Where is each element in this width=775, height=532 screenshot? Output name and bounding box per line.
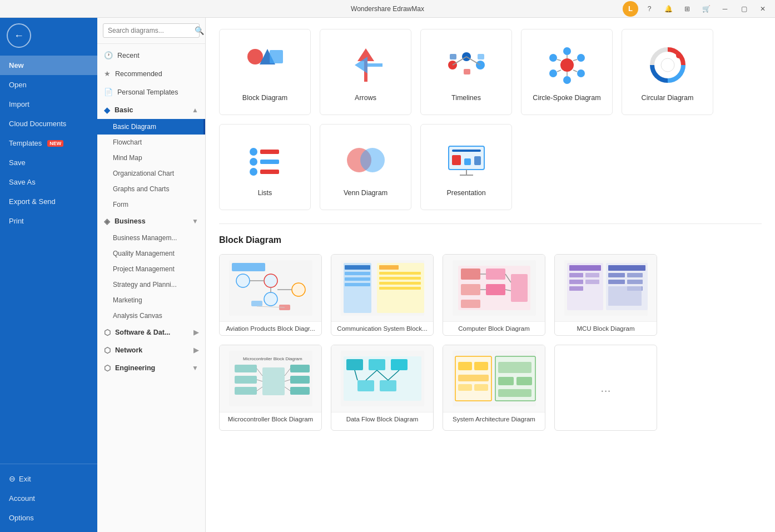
template-card-micro[interactable]: Microcontroller Block Diagram [219, 345, 322, 431]
chevron-down-business-icon: ▼ [192, 217, 198, 225]
category-circle-spoke[interactable]: Circle-Spoke Diagram [521, 29, 613, 115]
templates-label: Templates [9, 139, 42, 147]
category-venn[interactable]: Venn Diagram [320, 124, 411, 210]
main-content: Block Diagram Arrows [206, 18, 775, 532]
category-arrows[interactable]: Arrows [320, 29, 411, 115]
search-input[interactable] [108, 27, 191, 34]
category-lists[interactable]: Lists [219, 124, 311, 210]
minimize-button[interactable]: ─ [717, 1, 733, 17]
svg-rect-129 [474, 384, 488, 391]
category-block-diagram[interactable]: Block Diagram [219, 29, 311, 115]
template-thumb-computer [443, 255, 545, 321]
close-button[interactable]: ✕ [755, 1, 771, 17]
notification-button[interactable]: 🔔 [660, 1, 676, 17]
sidebar-item-export[interactable]: Export & Send [0, 192, 97, 211]
svg-rect-100 [235, 387, 257, 395]
svg-rect-126 [474, 362, 488, 370]
section-divider [219, 223, 762, 224]
svg-point-29 [250, 148, 257, 156]
category-presentation[interactable]: Presentation [420, 124, 512, 210]
sidebar-item-import[interactable]: Import [0, 95, 97, 114]
quality-label: Quality Management [113, 250, 175, 257]
user-avatar[interactable]: L [623, 1, 638, 17]
svg-rect-103 [290, 376, 310, 384]
svg-rect-113 [346, 359, 363, 370]
template-card-mcu[interactable]: MCU Block Diagram [554, 254, 657, 336]
app-title: Wondershare EdrawMax [351, 5, 424, 13]
sidebar-item-print[interactable]: Print [0, 211, 97, 231]
mindmap-label: Mind Map [113, 154, 142, 162]
sidebar-item-exit[interactable]: ⊖ Exit [0, 469, 97, 489]
template-card-dataflow[interactable]: Data Flow Block Diagram [331, 345, 434, 431]
nav-sub-graphs[interactable]: Graphs and Charts [97, 181, 205, 197]
nav-sub-mindmap[interactable]: Mind Map [97, 150, 205, 166]
sidebar-item-options[interactable]: Options [0, 508, 97, 528]
svg-line-25 [557, 59, 561, 61]
sidebar-item-save[interactable]: Save [0, 153, 97, 172]
nav-sub-project[interactable]: Project Management [97, 261, 205, 277]
nav-sub-strategy[interactable]: Strategy and Planni... [97, 277, 205, 292]
template-card-aviation[interactable]: Aviation Products Block Diagr... [219, 254, 322, 336]
middle-panel: 🔍 🕐 Recent ★ Recommended 📄 Personal Temp… [97, 18, 206, 532]
sidebar-item-cloud[interactable]: Cloud Documents [0, 114, 97, 133]
svg-rect-82 [569, 265, 601, 271]
svg-point-36 [360, 148, 385, 172]
svg-rect-95 [608, 286, 642, 306]
template-card-communication[interactable]: Communication System Block... [331, 254, 434, 336]
nav-sub-quality[interactable]: Quality Management [97, 246, 205, 261]
account-label: Account [9, 494, 35, 503]
nav-section-software[interactable]: ⬡ Software & Dat... ▶ [97, 324, 205, 341]
template-grid: Aviation Products Block Diagr... [219, 254, 762, 431]
restore-button[interactable]: ▢ [736, 1, 752, 17]
circular-label: Circular Diagram [642, 94, 694, 102]
svg-point-13 [560, 58, 574, 72]
back-button[interactable]: ← [7, 23, 31, 48]
nav-personal-templates[interactable]: 📄 Personal Templates [97, 83, 205, 101]
svg-rect-90 [608, 273, 625, 277]
svg-point-17 [563, 76, 571, 84]
nav-sub-biz-management[interactable]: Business Managem... [97, 230, 205, 246]
nav-recent[interactable]: 🕐 Recent [97, 46, 205, 64]
nav-sub-basic-diagram[interactable]: Basic Diagram [97, 119, 205, 135]
svg-point-46 [236, 274, 250, 287]
svg-point-0 [247, 49, 263, 64]
cart-button[interactable]: 🛒 [698, 1, 714, 17]
sidebar-item-templates[interactable]: Templates NEW [0, 133, 97, 153]
category-timelines[interactable]: Timelines [420, 29, 512, 115]
svg-rect-127 [458, 375, 489, 381]
template-name-mcu: MCU Block Diagram [555, 321, 657, 335]
nav-sub-form[interactable]: Form [97, 197, 205, 212]
basic-section-label: Basic [115, 106, 133, 114]
nav-recommended[interactable]: ★ Recommended [97, 64, 205, 83]
sidebar-item-saveas[interactable]: Save As [0, 172, 97, 192]
nav-section-basic[interactable]: ◆ Basic ▲ [97, 101, 205, 119]
template-thumb-sysarch [443, 345, 545, 412]
nav-section-network[interactable]: ⬡ Network ▶ [97, 341, 205, 359]
section-title: Block Diagram [219, 235, 762, 245]
template-card-sysarch[interactable]: System Architecture Diagram [443, 345, 545, 431]
category-circular[interactable]: Circular Diagram [622, 29, 713, 115]
nav-section-business[interactable]: ◈ Business ▼ [97, 212, 205, 230]
help-button[interactable]: ? [642, 1, 657, 17]
svg-rect-39 [452, 155, 461, 165]
sidebar-item-open[interactable]: Open [0, 75, 97, 95]
circle-spoke-label: Circle-Spoke Diagram [533, 94, 600, 102]
nav-sub-analysis[interactable]: Analysis Canvas [97, 308, 205, 324]
nav-sub-orgchart[interactable]: Organizational Chart [97, 166, 205, 181]
import-label: Import [9, 100, 29, 108]
svg-point-18 [549, 69, 557, 77]
template-card-computer[interactable]: Computer Block Diagram [443, 254, 545, 336]
search-input-wrap[interactable]: 🔍 [103, 23, 200, 38]
nav-section-engineering[interactable]: ⬡ Engineering ▼ [97, 359, 205, 377]
template-thumb-mcu [555, 255, 657, 321]
svg-rect-117 [380, 380, 396, 391]
more-card[interactable]: ... [554, 345, 657, 431]
svg-point-16 [577, 69, 585, 77]
flowchart-label: Flowchart [113, 138, 142, 146]
grid-button[interactable]: ⊞ [679, 1, 695, 17]
sidebar-item-new[interactable]: New [0, 56, 97, 75]
svg-rect-89 [608, 265, 645, 271]
nav-sub-flowchart[interactable]: Flowchart [97, 135, 205, 150]
sidebar-item-account[interactable]: Account [0, 489, 97, 508]
nav-sub-marketing[interactable]: Marketing [97, 292, 205, 308]
